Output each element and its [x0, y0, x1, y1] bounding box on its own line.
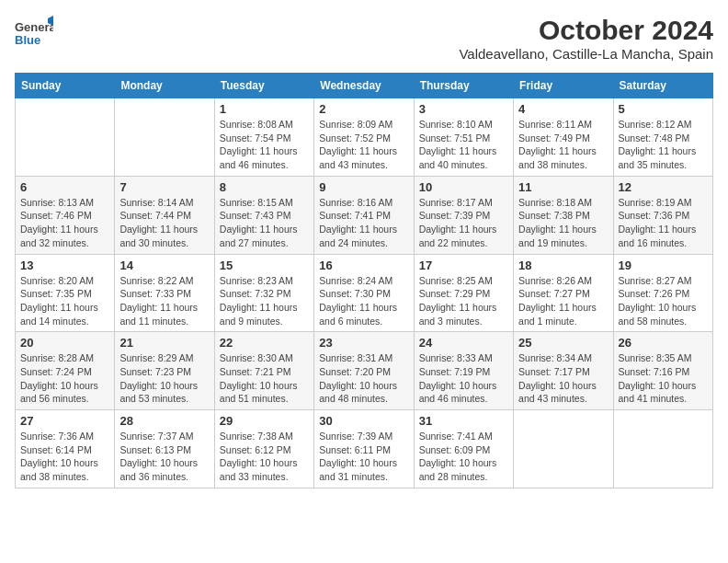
calendar-day-cell: 20Sunrise: 8:28 AMSunset: 7:24 PMDayligh…	[16, 332, 115, 410]
day-number: 27	[20, 414, 109, 428]
calendar-day-cell: 30Sunrise: 7:39 AMSunset: 6:11 PMDayligh…	[314, 410, 414, 488]
calendar-day-header: Tuesday	[214, 74, 313, 98]
day-info: Sunrise: 8:29 AMSunset: 7:23 PMDaylight:…	[119, 351, 209, 406]
calendar-day-cell	[115, 98, 214, 177]
calendar-day-header: Thursday	[414, 74, 513, 98]
logo: General Blue	[15, 15, 53, 53]
day-number: 18	[518, 259, 608, 272]
day-info: Sunrise: 8:20 AMSunset: 7:35 PMDaylight:…	[20, 274, 109, 328]
calendar-day-cell: 4Sunrise: 8:11 AMSunset: 7:49 PMDaylight…	[514, 98, 613, 177]
day-info: Sunrise: 7:36 AMSunset: 6:14 PMDaylight:…	[20, 430, 109, 484]
day-info: Sunrise: 8:13 AMSunset: 7:46 PMDaylight:…	[20, 196, 109, 250]
day-number: 19	[619, 259, 708, 272]
calendar-day-cell: 1Sunrise: 8:08 AMSunset: 7:54 PMDaylight…	[214, 98, 313, 177]
day-number: 22	[220, 336, 309, 350]
title-block: October 2024 Valdeavellano, Castille-La …	[459, 15, 713, 62]
day-number: 31	[419, 414, 508, 428]
svg-text:Blue: Blue	[15, 33, 40, 47]
calendar-day-cell: 24Sunrise: 8:33 AMSunset: 7:19 PMDayligh…	[414, 332, 513, 410]
day-number: 17	[419, 259, 508, 272]
day-info: Sunrise: 8:33 AMSunset: 7:19 PMDaylight:…	[419, 351, 508, 406]
day-info: Sunrise: 8:24 AMSunset: 7:30 PMDaylight:…	[319, 274, 408, 328]
day-info: Sunrise: 8:09 AMSunset: 7:52 PMDaylight:…	[319, 118, 408, 172]
day-number: 10	[419, 180, 508, 194]
calendar-table: SundayMondayTuesdayWednesdayThursdayFrid…	[15, 73, 713, 488]
calendar-day-cell: 7Sunrise: 8:14 AMSunset: 7:44 PMDaylight…	[115, 176, 214, 254]
page-title: October 2024	[459, 15, 713, 46]
calendar-day-cell: 29Sunrise: 7:38 AMSunset: 6:12 PMDayligh…	[214, 410, 313, 488]
day-info: Sunrise: 8:22 AMSunset: 7:33 PMDaylight:…	[119, 274, 209, 328]
day-number: 21	[119, 336, 209, 350]
calendar-day-cell: 31Sunrise: 7:41 AMSunset: 6:09 PMDayligh…	[414, 410, 513, 488]
calendar-day-cell	[613, 410, 712, 488]
day-number: 7	[119, 180, 209, 194]
calendar-day-cell: 16Sunrise: 8:24 AMSunset: 7:30 PMDayligh…	[314, 254, 414, 332]
calendar-day-cell	[16, 98, 115, 177]
day-number: 15	[220, 259, 309, 272]
day-number: 14	[119, 259, 209, 272]
day-info: Sunrise: 8:11 AMSunset: 7:49 PMDaylight:…	[518, 118, 608, 172]
day-number: 24	[419, 336, 508, 350]
calendar-day-header: Sunday	[16, 74, 115, 98]
calendar-day-header: Wednesday	[314, 74, 414, 98]
day-info: Sunrise: 7:41 AMSunset: 6:09 PMDaylight:…	[419, 430, 508, 484]
calendar-day-cell: 9Sunrise: 8:16 AMSunset: 7:41 PMDaylight…	[314, 176, 414, 254]
day-number: 4	[518, 102, 608, 116]
calendar-day-cell: 26Sunrise: 8:35 AMSunset: 7:16 PMDayligh…	[613, 332, 712, 410]
day-info: Sunrise: 8:30 AMSunset: 7:21 PMDaylight:…	[220, 351, 309, 406]
calendar-day-cell: 10Sunrise: 8:17 AMSunset: 7:39 PMDayligh…	[414, 176, 513, 254]
calendar-week-row: 13Sunrise: 8:20 AMSunset: 7:35 PMDayligh…	[16, 254, 713, 332]
page-subtitle: Valdeavellano, Castille-La Mancha, Spain	[459, 46, 713, 62]
day-number: 30	[319, 414, 408, 428]
calendar-body: 1Sunrise: 8:08 AMSunset: 7:54 PMDaylight…	[16, 98, 713, 488]
day-number: 9	[319, 180, 408, 194]
calendar-day-cell: 27Sunrise: 7:36 AMSunset: 6:14 PMDayligh…	[16, 410, 115, 488]
calendar-day-cell: 12Sunrise: 8:19 AMSunset: 7:36 PMDayligh…	[613, 176, 712, 254]
day-number: 13	[20, 259, 109, 272]
day-info: Sunrise: 8:27 AMSunset: 7:26 PMDaylight:…	[619, 274, 708, 328]
day-number: 6	[20, 180, 109, 194]
calendar-day-header: Saturday	[613, 74, 712, 98]
day-number: 5	[619, 102, 708, 116]
calendar-day-cell: 11Sunrise: 8:18 AMSunset: 7:38 PMDayligh…	[514, 176, 613, 254]
calendar-header-row: SundayMondayTuesdayWednesdayThursdayFrid…	[16, 74, 713, 98]
logo-graphic: General Blue	[15, 15, 53, 53]
day-info: Sunrise: 7:38 AMSunset: 6:12 PMDaylight:…	[220, 430, 309, 484]
calendar-day-cell: 19Sunrise: 8:27 AMSunset: 7:26 PMDayligh…	[613, 254, 712, 332]
day-number: 16	[319, 259, 408, 272]
day-number: 3	[419, 102, 508, 116]
day-number: 29	[220, 414, 309, 428]
day-number: 11	[518, 180, 608, 194]
calendar-day-cell: 22Sunrise: 8:30 AMSunset: 7:21 PMDayligh…	[214, 332, 313, 410]
day-info: Sunrise: 8:14 AMSunset: 7:44 PMDaylight:…	[119, 196, 209, 250]
day-info: Sunrise: 8:34 AMSunset: 7:17 PMDaylight:…	[518, 351, 608, 406]
day-info: Sunrise: 8:18 AMSunset: 7:38 PMDaylight:…	[518, 196, 608, 250]
day-number: 25	[518, 336, 608, 350]
calendar-day-cell: 14Sunrise: 8:22 AMSunset: 7:33 PMDayligh…	[115, 254, 214, 332]
day-number: 8	[220, 180, 309, 194]
day-info: Sunrise: 7:37 AMSunset: 6:13 PMDaylight:…	[119, 430, 209, 484]
day-number: 28	[119, 414, 209, 428]
day-info: Sunrise: 8:10 AMSunset: 7:51 PMDaylight:…	[419, 118, 508, 172]
calendar-week-row: 20Sunrise: 8:28 AMSunset: 7:24 PMDayligh…	[16, 332, 713, 410]
calendar-day-cell: 18Sunrise: 8:26 AMSunset: 7:27 PMDayligh…	[514, 254, 613, 332]
calendar-day-cell: 6Sunrise: 8:13 AMSunset: 7:46 PMDaylight…	[16, 176, 115, 254]
calendar-day-cell: 15Sunrise: 8:23 AMSunset: 7:32 PMDayligh…	[214, 254, 313, 332]
day-info: Sunrise: 8:25 AMSunset: 7:29 PMDaylight:…	[419, 274, 508, 328]
day-number: 23	[319, 336, 408, 350]
day-number: 1	[220, 102, 309, 116]
day-info: Sunrise: 8:19 AMSunset: 7:36 PMDaylight:…	[619, 196, 708, 250]
calendar-day-cell: 21Sunrise: 8:29 AMSunset: 7:23 PMDayligh…	[115, 332, 214, 410]
day-info: Sunrise: 8:17 AMSunset: 7:39 PMDaylight:…	[419, 196, 508, 250]
logo: General Blue	[15, 15, 53, 53]
day-info: Sunrise: 7:39 AMSunset: 6:11 PMDaylight:…	[319, 430, 408, 484]
page-header: General Blue October 2024 Valdeavellano,…	[15, 15, 713, 62]
calendar-day-cell: 5Sunrise: 8:12 AMSunset: 7:48 PMDaylight…	[613, 98, 712, 177]
day-info: Sunrise: 8:23 AMSunset: 7:32 PMDaylight:…	[220, 274, 309, 328]
calendar-day-header: Monday	[115, 74, 214, 98]
calendar-day-cell: 8Sunrise: 8:15 AMSunset: 7:43 PMDaylight…	[214, 176, 313, 254]
calendar-day-cell: 25Sunrise: 8:34 AMSunset: 7:17 PMDayligh…	[514, 332, 613, 410]
calendar-day-cell: 2Sunrise: 8:09 AMSunset: 7:52 PMDaylight…	[314, 98, 414, 177]
day-number: 26	[619, 336, 708, 350]
calendar-week-row: 27Sunrise: 7:36 AMSunset: 6:14 PMDayligh…	[16, 410, 713, 488]
